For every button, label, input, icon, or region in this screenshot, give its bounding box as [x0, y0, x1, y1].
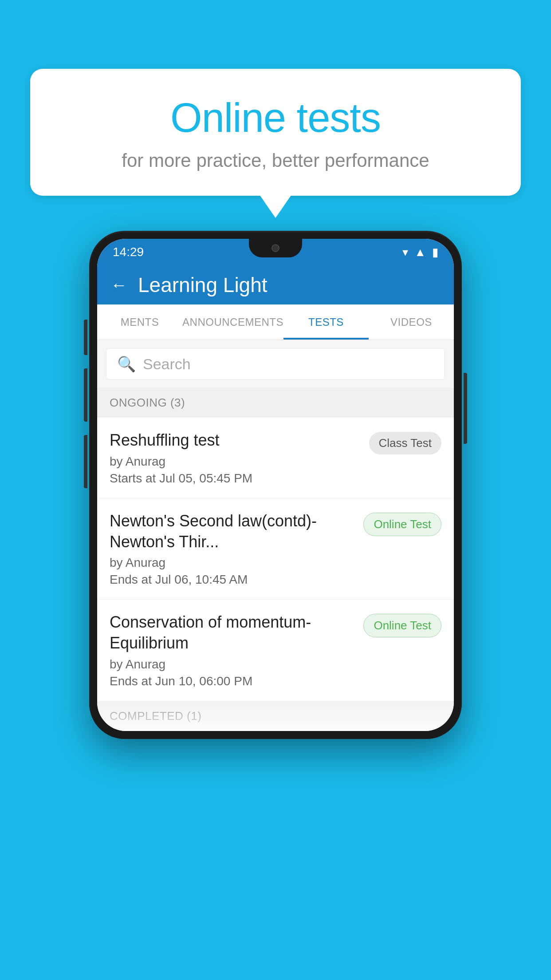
app-bar: ← Learning Light — [97, 265, 454, 304]
test-by-1: by Anurag — [110, 454, 360, 469]
test-info-2: Newton's Second law(contd)-Newton's Thir… — [110, 511, 363, 587]
section-completed: COMPLETED (1) — [97, 701, 454, 731]
power-button — [464, 373, 467, 444]
phone-frame: 14:29 ▾ ▲ ▮ ← Learning Light MENTS — [89, 231, 462, 739]
test-badge-3: Online Test — [363, 614, 441, 637]
tab-tests[interactable]: TESTS — [283, 304, 369, 340]
section-ongoing: ONGOING (3) — [97, 388, 454, 418]
test-item-1[interactable]: Reshuffling test by Anurag Starts at Jul… — [97, 418, 454, 498]
volume-up-button — [84, 320, 87, 355]
test-item-3[interactable]: Conservation of momentum-Equilibrium by … — [97, 600, 454, 701]
status-bar: 14:29 ▾ ▲ ▮ — [97, 239, 454, 265]
test-badge-2: Online Test — [363, 513, 441, 536]
speech-bubble: Online tests for more practice, better p… — [30, 69, 521, 196]
search-bar[interactable]: 🔍 Search — [106, 348, 445, 380]
test-by-2: by Anurag — [110, 556, 354, 570]
test-info-1: Reshuffling test by Anurag Starts at Jul… — [110, 430, 369, 486]
battery-icon: ▮ — [432, 245, 438, 259]
status-time: 14:29 — [113, 245, 144, 259]
silent-button — [84, 435, 87, 488]
tab-announcements[interactable]: ANNOUNCEMENTS — [182, 304, 283, 340]
back-button[interactable]: ← — [110, 276, 127, 295]
signal-icon: ▲ — [414, 245, 426, 259]
test-title-2: Newton's Second law(contd)-Newton's Thir… — [110, 511, 354, 553]
phone-screen: 14:29 ▾ ▲ ▮ ← Learning Light MENTS — [97, 239, 454, 731]
test-by-3: by Anurag — [110, 657, 354, 672]
test-date-3: Ends at Jun 10, 06:00 PM — [110, 674, 354, 688]
search-container: 🔍 Search — [97, 340, 454, 388]
test-date-2: Ends at Jul 06, 10:45 AM — [110, 573, 354, 587]
test-list: Reshuffling test by Anurag Starts at Jul… — [97, 418, 454, 701]
notch — [249, 239, 302, 257]
bubble-subtitle: for more practice, better performance — [52, 150, 499, 171]
test-date-1: Starts at Jul 05, 05:45 PM — [110, 471, 360, 486]
bubble-title: Online tests — [52, 95, 499, 140]
camera — [272, 244, 279, 252]
status-icons: ▾ ▲ ▮ — [402, 245, 438, 259]
app-title: Learning Light — [138, 273, 268, 297]
tabs-bar: MENTS ANNOUNCEMENTS TESTS VIDEOS — [97, 304, 454, 340]
test-info-3: Conservation of momentum-Equilibrium by … — [110, 612, 363, 688]
phone-mockup: 14:29 ▾ ▲ ▮ ← Learning Light MENTS — [89, 231, 462, 739]
search-icon: 🔍 — [117, 355, 136, 373]
test-title-3: Conservation of momentum-Equilibrium — [110, 612, 354, 654]
volume-down-button — [84, 368, 87, 422]
wifi-icon: ▾ — [402, 245, 408, 259]
test-badge-1: Class Test — [369, 432, 441, 454]
test-title-1: Reshuffling test — [110, 430, 360, 451]
test-item-2[interactable]: Newton's Second law(contd)-Newton's Thir… — [97, 498, 454, 600]
tab-ments[interactable]: MENTS — [97, 304, 182, 340]
tab-videos[interactable]: VIDEOS — [369, 304, 454, 340]
search-input[interactable]: Search — [143, 356, 191, 373]
